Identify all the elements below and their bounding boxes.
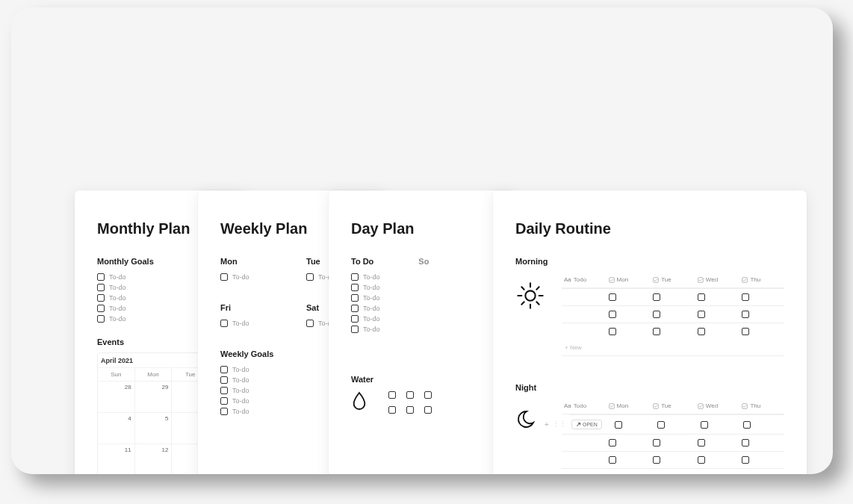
checkbox-icon[interactable] [609, 328, 616, 335]
card-title-daily: Daily Routine [515, 220, 784, 237]
table-row[interactable] [562, 451, 784, 468]
todo-item[interactable]: To-do [351, 293, 493, 303]
todo-text: To-do [109, 273, 126, 281]
table-row[interactable] [562, 323, 784, 340]
checkbox-property-icon [742, 403, 748, 409]
water-checkbox[interactable] [406, 391, 414, 399]
checkbox-icon[interactable] [306, 320, 314, 327]
todo-item[interactable]: To-do [351, 282, 493, 293]
todo-item[interactable]: To-do [220, 318, 276, 329]
checkbox-icon[interactable] [306, 273, 314, 281]
weekday-label-mon: Mon [220, 257, 276, 266]
checkbox-icon[interactable] [698, 293, 705, 301]
checkbox-icon[interactable] [615, 421, 622, 429]
todo-item[interactable]: To-do [351, 324, 493, 335]
checkbox-icon[interactable] [220, 273, 228, 281]
checkbox-icon[interactable] [742, 439, 749, 447]
morning-label: Morning [515, 257, 784, 266]
checkbox-icon[interactable] [97, 273, 105, 281]
checkbox-property-icon [609, 403, 615, 409]
checkbox-icon[interactable] [351, 326, 359, 333]
checkbox-icon[interactable] [351, 273, 359, 281]
drag-handle-icon[interactable]: ⋮⋮ [553, 420, 566, 428]
checkbox-icon[interactable] [97, 305, 105, 312]
checkbox-icon[interactable] [351, 305, 359, 312]
day-header: Sun [98, 367, 135, 381]
calendar-cell[interactable]: 11 [98, 444, 135, 474]
water-checkbox[interactable] [406, 406, 414, 414]
todo-text: To-do [363, 273, 380, 281]
water-checkbox[interactable] [388, 391, 396, 399]
checkbox-icon[interactable] [701, 421, 708, 429]
side-label: So [418, 257, 429, 266]
checkbox-icon[interactable] [220, 320, 228, 327]
checkbox-property-icon [698, 277, 704, 283]
checkbox-icon[interactable] [220, 366, 228, 373]
checkbox-icon[interactable] [653, 456, 660, 464]
checkbox-icon[interactable] [653, 311, 660, 318]
card-title-dayplan: Day Plan [351, 220, 493, 237]
col-header: Todo [574, 402, 586, 409]
moon-icon [515, 398, 548, 434]
calendar-cell[interactable]: 28 [98, 381, 135, 412]
todo-text: To-do [109, 284, 126, 291]
water-checkbox[interactable] [388, 406, 396, 414]
table-header: AaTodo Mon Tue Wed Thu [562, 272, 784, 288]
checkbox-icon[interactable] [609, 439, 616, 447]
checkbox-icon[interactable] [220, 397, 228, 405]
todo-item[interactable]: To-do [351, 303, 493, 314]
calendar-cell[interactable]: 4 [98, 412, 135, 444]
table-row[interactable] [562, 434, 784, 451]
checkbox-icon[interactable] [698, 328, 705, 335]
hovered-new-row[interactable]: + ⋮⋮ OPEN [562, 414, 784, 434]
checkbox-icon[interactable] [698, 439, 705, 447]
todo-item[interactable]: To-do [220, 272, 276, 282]
checkbox-icon[interactable] [742, 311, 749, 318]
checkbox-icon[interactable] [609, 456, 616, 464]
checkbox-icon[interactable] [742, 456, 749, 464]
water-checkbox[interactable] [424, 391, 432, 399]
calendar-cell[interactable]: 12 [135, 444, 173, 474]
checkbox-icon[interactable] [97, 315, 105, 323]
checkbox-icon[interactable] [609, 293, 616, 301]
dayplan-todo-list: To-do To-do To-do To-do To-do To-do [351, 272, 493, 335]
checkbox-icon[interactable] [220, 376, 228, 384]
checkbox-icon[interactable] [351, 284, 359, 291]
water-checkbox[interactable] [424, 406, 432, 414]
checkbox-icon[interactable] [97, 284, 105, 291]
table-row[interactable] [562, 305, 784, 323]
checkbox-icon[interactable] [351, 294, 359, 302]
plus-icon[interactable]: + [542, 420, 551, 429]
new-row-button[interactable]: + New [562, 468, 784, 474]
checkbox-icon[interactable] [609, 311, 616, 318]
todo-text: To-do [363, 284, 380, 291]
checkbox-icon[interactable] [742, 328, 749, 335]
calendar-cell[interactable]: 29 [135, 381, 173, 412]
checkbox-icon[interactable] [220, 387, 228, 394]
table-row[interactable] [562, 288, 784, 305]
svg-rect-12 [742, 277, 748, 282]
svg-rect-15 [698, 403, 703, 408]
checkbox-icon[interactable] [97, 294, 105, 302]
col-header: Mon [617, 276, 629, 283]
checkbox-icon[interactable] [653, 439, 660, 447]
checkbox-icon[interactable] [698, 456, 705, 464]
col-header: Wed [706, 276, 718, 283]
checkbox-icon[interactable] [653, 293, 660, 301]
calendar[interactable]: April 2021 Sun Mon Tue 28 29 4 5 6 1 [97, 352, 209, 474]
new-row-button[interactable]: + New [562, 340, 784, 355]
checkbox-icon[interactable] [742, 293, 749, 301]
todo-item[interactable]: To-do [351, 272, 493, 282]
checkbox-icon[interactable] [743, 421, 751, 429]
checkbox-icon[interactable] [698, 311, 705, 318]
col-header: Tue [661, 402, 671, 409]
checkbox-icon[interactable] [657, 421, 665, 429]
open-button[interactable]: OPEN [571, 420, 602, 429]
calendar-cell[interactable]: 5 [135, 412, 173, 444]
checkbox-icon[interactable] [351, 315, 359, 323]
checkbox-property-icon [653, 277, 659, 283]
checkbox-icon[interactable] [220, 408, 228, 415]
todo-item[interactable]: To-do [351, 314, 493, 324]
text-property-icon: Aa [564, 276, 571, 283]
checkbox-icon[interactable] [653, 328, 660, 335]
